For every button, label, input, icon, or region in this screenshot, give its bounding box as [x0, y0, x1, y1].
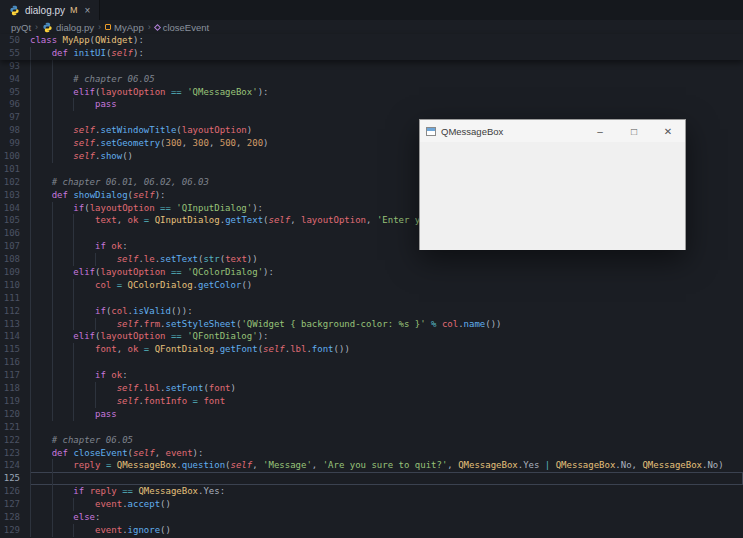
line-text[interactable] [30, 292, 743, 305]
line-number[interactable]: 95 [0, 86, 20, 99]
line-number[interactable]: 94 [0, 73, 20, 86]
line-number[interactable]: 123 [0, 447, 20, 460]
code-line[interactable]: 120 pass [0, 408, 743, 421]
line-text[interactable]: def closeEvent(self, event): [30, 447, 743, 460]
maximize-button[interactable]: □ [617, 120, 651, 142]
line-number[interactable]: 128 [0, 511, 20, 524]
breadcrumb-item-myapp[interactable]: MyApp [104, 22, 145, 33]
line-text[interactable]: self.frm.setStyleSheet('QWidget { backgr… [30, 318, 743, 331]
line-number[interactable]: 119 [0, 395, 20, 408]
code-line[interactable]: 124 reply = QMessageBox.question(self, '… [0, 459, 743, 472]
minimize-button[interactable]: – [583, 120, 617, 142]
code-line[interactable]: 113 self.frm.setStyleSheet('QWidget { ba… [0, 318, 743, 331]
code-line[interactable]: 112 if(col.isValid()): [0, 305, 743, 318]
line-text[interactable] [30, 421, 743, 434]
line-number[interactable]: 127 [0, 498, 20, 511]
line-number[interactable]: 107 [0, 240, 20, 253]
line-text[interactable]: reply = QMessageBox.question(self, 'Mess… [30, 459, 743, 472]
line-number[interactable]: 96 [0, 98, 20, 111]
code-line[interactable]: 93 [0, 60, 743, 73]
breadcrumb-item-closeevent[interactable]: closeEvent [154, 22, 210, 33]
sticky-scroll[interactable]: 50class MyApp(QWidget):55 def initUI(sel… [0, 34, 743, 60]
breadcrumb-item-dialog-py[interactable]: dialog.py [41, 22, 95, 33]
line-text[interactable]: elif(layoutOption == 'QFontDialog'): [30, 330, 743, 343]
line-number[interactable]: 126 [0, 485, 20, 498]
line-text[interactable]: self.lbl.setFont(font) [30, 382, 743, 395]
line-number[interactable]: 100 [0, 150, 20, 163]
line-text[interactable]: if(col.isValid()): [30, 305, 743, 318]
line-number[interactable]: 129 [0, 524, 20, 537]
line-number[interactable]: 109 [0, 266, 20, 279]
line-number[interactable]: 97 [0, 111, 20, 124]
line-number[interactable]: 110 [0, 279, 20, 292]
code-line[interactable]: 127 event.accept() [0, 498, 743, 511]
line-number[interactable]: 118 [0, 382, 20, 395]
line-text[interactable]: pass [30, 408, 743, 421]
code-line[interactable]: 110 col = QColorDialog.getColor() [0, 279, 743, 292]
line-number[interactable]: 117 [0, 369, 20, 382]
code-line[interactable]: 109 elif(layoutOption == 'QColorDialog')… [0, 266, 743, 279]
line-number[interactable]: 102 [0, 176, 20, 189]
tab-close-icon[interactable]: × [85, 5, 91, 16]
line-text[interactable] [30, 60, 743, 73]
code-line[interactable]: 95 elif(layoutOption == 'QMessageBox'): [0, 86, 743, 99]
qmessagebox-titlebar[interactable]: QMessageBox – □ ✕ [420, 120, 685, 142]
code-line[interactable]: 129 event.ignore() [0, 524, 743, 537]
line-text[interactable]: # chapter 06.05 [30, 434, 743, 447]
line-number[interactable]: 93 [0, 60, 20, 73]
line-number[interactable]: 113 [0, 318, 20, 331]
line-text[interactable]: def initUI(self): [30, 47, 743, 60]
line-number[interactable]: 103 [0, 189, 20, 202]
line-text[interactable]: event.accept() [30, 498, 743, 511]
line-number[interactable]: 111 [0, 292, 20, 305]
line-number[interactable]: 120 [0, 408, 20, 421]
line-text[interactable]: if ok: [30, 369, 743, 382]
line-number[interactable]: 108 [0, 253, 20, 266]
line-text[interactable]: self.fontInfo = font [30, 395, 743, 408]
line-number[interactable]: 55 [0, 47, 20, 60]
code-line[interactable]: 114 elif(layoutOption == 'QFontDialog'): [0, 330, 743, 343]
qmessagebox-window[interactable]: QMessageBox – □ ✕ [419, 119, 686, 250]
line-text[interactable]: else: [30, 511, 743, 524]
code-line[interactable]: 50class MyApp(QWidget): [0, 34, 743, 47]
line-number[interactable]: 121 [0, 421, 20, 434]
line-text[interactable]: self.le.setText(str(text)) [30, 253, 743, 266]
line-number[interactable]: 98 [0, 124, 20, 137]
line-text[interactable]: if reply == QMessageBox.Yes: [30, 485, 743, 498]
breadcrumb-item-pyqt[interactable]: pyQt [10, 22, 32, 33]
line-number[interactable]: 114 [0, 330, 20, 343]
code-line[interactable]: 119 self.fontInfo = font [0, 395, 743, 408]
line-number[interactable]: 112 [0, 305, 20, 318]
line-text[interactable]: col = QColorDialog.getColor() [30, 279, 743, 292]
code-line[interactable]: 128 else: [0, 511, 743, 524]
code-line[interactable]: 122 # chapter 06.05 [0, 434, 743, 447]
close-button[interactable]: ✕ [651, 120, 685, 142]
code-line[interactable]: 117 if ok: [0, 369, 743, 382]
code-editor[interactable]: 50class MyApp(QWidget):55 def initUI(sel… [0, 34, 743, 537]
line-text[interactable]: class MyApp(QWidget): [30, 34, 743, 47]
line-text[interactable]: elif(layoutOption == 'QColorDialog'): [30, 266, 743, 279]
line-number[interactable]: 105 [0, 214, 20, 227]
line-text[interactable] [30, 356, 743, 369]
code-line[interactable]: 116 [0, 356, 743, 369]
code-line[interactable]: 96 pass [0, 98, 743, 111]
line-number[interactable]: 116 [0, 356, 20, 369]
code-line[interactable]: 111 [0, 292, 743, 305]
line-text[interactable]: event.ignore() [30, 524, 743, 537]
tab-dialog-py[interactable]: dialog.py M × [0, 0, 100, 20]
line-text[interactable]: # chapter 06.05 [30, 73, 743, 86]
line-text[interactable]: pass [30, 98, 743, 111]
code-line[interactable]: 123 def closeEvent(self, event): [0, 447, 743, 460]
code-line[interactable]: 121 [0, 421, 743, 434]
code-line[interactable]: 55 def initUI(self): [0, 47, 743, 60]
line-number[interactable]: 122 [0, 434, 20, 447]
line-number[interactable]: 101 [0, 163, 20, 176]
line-number[interactable]: 104 [0, 202, 20, 215]
code-line[interactable]: 108 self.le.setText(str(text)) [0, 253, 743, 266]
line-number[interactable]: 106 [0, 227, 20, 240]
line-text[interactable]: font, ok = QFontDialog.getFont(self.lbl.… [30, 343, 743, 356]
line-text[interactable] [30, 472, 743, 485]
line-number[interactable]: 99 [0, 137, 20, 150]
code-line[interactable]: 118 self.lbl.setFont(font) [0, 382, 743, 395]
line-number[interactable]: 125 [0, 472, 20, 485]
